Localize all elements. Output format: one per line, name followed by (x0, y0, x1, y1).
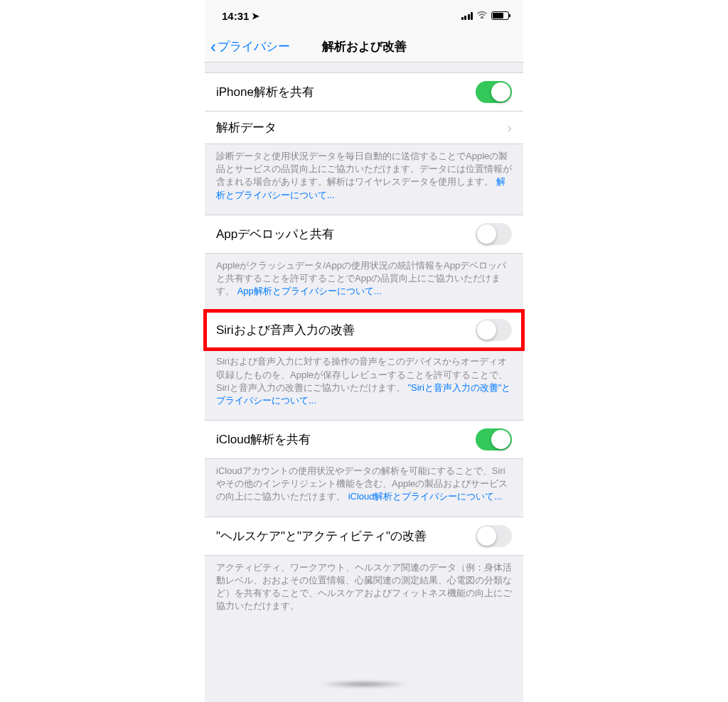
section-siri: Siriおよび音声入力の改善 Siriおよび音声入力に対する操作の音声をこのデバ… (205, 310, 523, 407)
status-icons (461, 11, 510, 21)
time-label: 14:31 (222, 10, 249, 22)
nav-bar: ‹ プライバシー 解析および改善 (205, 31, 523, 63)
phone-screen: 14:31 ➤ ‹ プライバシー 解析および改善 iPhone解析を共有 (205, 0, 523, 702)
section-icloud: iCloud解析を共有 iCloudアカウントの使用状況やデータの解析を可能にす… (205, 420, 523, 504)
icloud-analytics-label: iCloud解析を共有 (216, 431, 311, 448)
back-label: プライバシー (218, 38, 290, 55)
row-share-app-developer[interactable]: Appデベロッパと共有 (205, 215, 523, 254)
signal-icon (461, 11, 473, 20)
toggle-share-iphone-analytics[interactable] (476, 81, 512, 103)
link-icloud-privacy[interactable]: iCloud解析とプライバシーについて... (348, 491, 503, 502)
wifi-icon (476, 10, 488, 21)
row-health-improve[interactable]: "ヘルスケア"と"アクティビティ"の改善 (205, 517, 523, 556)
link-app-analytics-privacy[interactable]: App解析とプライバシーについて... (237, 286, 382, 296)
analytics-data-label: 解析データ (216, 119, 277, 136)
svg-point-0 (481, 16, 483, 18)
row-icloud-analytics[interactable]: iCloud解析を共有 (205, 420, 523, 459)
footer-health: アクティビティ、ワークアウト、ヘルスケア関連のデータ（例：身体活動レベル、おおよ… (205, 556, 523, 613)
chevron-left-icon: ‹ (210, 38, 216, 55)
bottom-shadow (318, 681, 410, 688)
footer-text-5: アクティビティ、ワークアウト、ヘルスケア関連のデータ（例：身体活動レベル、おおよ… (216, 562, 512, 612)
section-share-analytics: iPhone解析を共有 解析データ › 診断データと使用状況データを毎日自動的に… (205, 72, 523, 202)
location-arrow-icon: ➤ (252, 11, 259, 21)
battery-icon (491, 11, 509, 20)
status-bar: 14:31 ➤ (205, 0, 523, 31)
section-app-developer: Appデベロッパと共有 Appleがクラッシュデータ/Appの使用状況の統計情報… (205, 215, 523, 298)
section-health: "ヘルスケア"と"アクティビティ"の改善 アクティビティ、ワークアウト、ヘルスケ… (205, 517, 523, 613)
footer-icloud: iCloudアカウントの使用状況やデータの解析を可能にすることで、Siriやその… (205, 459, 523, 504)
chevron-right-icon: › (507, 119, 512, 136)
footer-app-developer: Appleがクラッシュデータ/Appの使用状況の統計情報をAppデベロッパと共有… (205, 254, 523, 298)
siri-improve-label: Siriおよび音声入力の改善 (216, 322, 355, 338)
toggle-health-improve[interactable] (476, 525, 512, 547)
toggle-share-app-developer[interactable] (476, 223, 512, 245)
share-iphone-analytics-label: iPhone解析を共有 (216, 84, 314, 100)
page-title: 解析および改善 (322, 38, 407, 55)
toggle-siri-improve[interactable] (476, 319, 512, 341)
share-app-developer-label: Appデベロッパと共有 (216, 226, 334, 242)
row-analytics-data[interactable]: 解析データ › (205, 112, 523, 144)
row-siri-improve[interactable]: Siriおよび音声入力の改善 (205, 310, 523, 350)
toggle-icloud-analytics[interactable] (476, 428, 512, 450)
footer-text-1: 診断データと使用状況データを毎日自動的に送信することでAppleの製品とサービス… (216, 151, 512, 187)
health-improve-label: "ヘルスケア"と"アクティビティ"の改善 (216, 528, 427, 544)
status-time: 14:31 ➤ (222, 10, 259, 22)
footer-siri: Siriおよび音声入力に対する操作の音声をこのデバイスからオーディオ収録したもの… (205, 350, 523, 407)
back-button[interactable]: ‹ プライバシー (210, 38, 290, 55)
footer-share-analytics: 診断データと使用状況データを毎日自動的に送信することでAppleの製品とサービス… (205, 144, 523, 202)
row-share-iphone-analytics[interactable]: iPhone解析を共有 (205, 72, 523, 112)
